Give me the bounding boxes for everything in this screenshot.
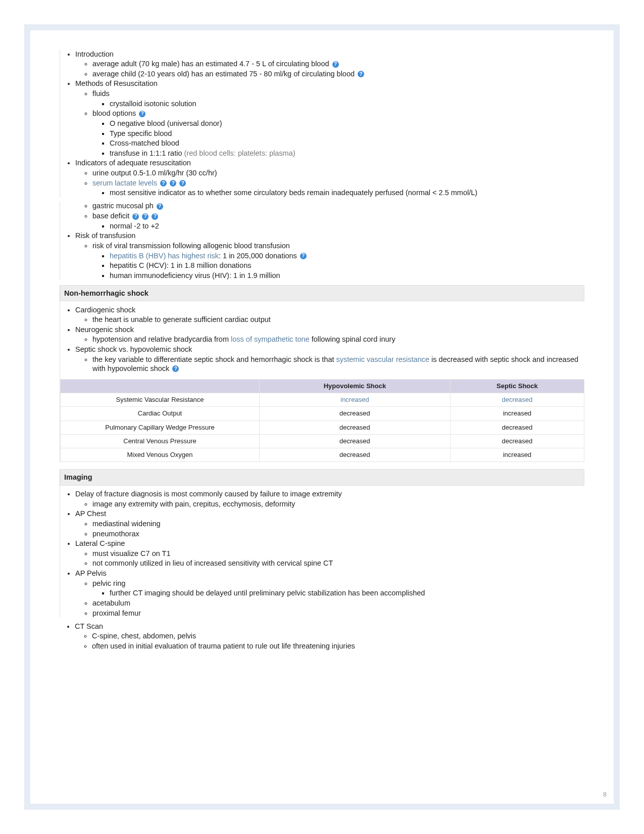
cell-septic: decreased <box>450 421 584 434</box>
li-hbv: hepatitis B (HBV) has highest risk: 1 in… <box>110 251 584 260</box>
text: blood options <box>92 109 136 117</box>
li-femur: proximal femur <box>92 609 584 618</box>
question-icon[interactable]: ? <box>172 365 179 372</box>
table-row: Cardiac Outputdecreasedincreased <box>61 407 584 421</box>
question-icon[interactable]: ? <box>157 203 163 210</box>
text: risk of viral transmission following all… <box>92 242 290 250</box>
li-pneumothorax: pneumothorax <box>92 529 584 538</box>
question-icon[interactable]: ? <box>132 213 139 220</box>
section-imaging-2: CT Scan C-spine, chest, abdomen, pelvis … <box>60 622 584 651</box>
cell-septic: increased <box>450 407 584 421</box>
li-mediastinal: mediastinal widening <box>92 519 584 528</box>
text: C-spine, chest, abdomen, pelvis <box>92 632 196 640</box>
section-resuscitation-2: gastric mucosal ph ? base deficit ? ? ? … <box>60 201 584 280</box>
section-header-non-hemorrhagic: Non-hemorrhagic shock <box>60 285 584 301</box>
cell-hypo: increased <box>260 393 451 407</box>
cell-hypo: decreased <box>260 448 451 462</box>
cell-septic: increased <box>450 448 584 462</box>
li-intro: Introduction average adult (70 kg male) … <box>75 50 584 78</box>
page-number: 8 <box>603 791 607 799</box>
li-cardio-detail: the heart is unable to generate sufficie… <box>92 315 584 324</box>
text-note: (red blood cells: platelets: plasma) <box>184 149 295 157</box>
li-ct-a: C-spine, chest, abdomen, pelvis <box>92 631 584 640</box>
text: Delay of fracture diagnosis is most comm… <box>75 490 342 498</box>
text: mediastinal widening <box>92 520 161 528</box>
li-delay: Delay of fracture diagnosis is most comm… <box>75 489 584 508</box>
text: O negative blood (universal donor) <box>110 119 222 127</box>
li-fluids: fluids crystalloid isotonic solution <box>92 89 584 108</box>
text: Methods of Resuscitation <box>75 79 158 87</box>
cell-hypo: decreased <box>260 407 451 421</box>
text: Indicators of adequate resuscitation <box>75 159 191 167</box>
link-lactate[interactable]: serum lactate levels <box>92 179 157 187</box>
li-crystalloid: crystalloid isotonic solution <box>110 99 584 108</box>
th-empty <box>61 379 260 393</box>
li-ap-chest: AP Chest mediastinal widening pneumothor… <box>75 509 584 538</box>
text: Risk of transfusion <box>75 231 135 240</box>
question-icon[interactable]: ? <box>170 180 176 187</box>
li-blood-options: blood options ? O negative blood (univer… <box>92 109 584 158</box>
li-cross-matched: Cross-matched blood <box>110 138 584 148</box>
text: acetabulum <box>92 599 130 607</box>
question-icon[interactable]: ? <box>152 213 158 220</box>
text: the heart is unable to generate sufficie… <box>92 315 271 323</box>
li-gastric: gastric mucosal ph ? <box>92 201 584 210</box>
li-type-specific: Type specific blood <box>110 129 584 138</box>
li-methods: Methods of Resuscitation fluids crystall… <box>75 79 584 158</box>
text: average child (2-10 years old) has an es… <box>92 70 355 78</box>
cell-septic: decreased <box>450 434 584 448</box>
text: not commonly utilized in lieu of increas… <box>92 559 333 567</box>
li-ct-b: often used in initial evaluation of trau… <box>92 641 584 651</box>
text: most sensitive indicator as to whether s… <box>110 189 477 197</box>
text: AP Chest <box>75 509 106 518</box>
question-icon[interactable]: ? <box>358 71 364 77</box>
li-septic-detail: the key variable to differentiate septic… <box>92 355 584 373</box>
li-hcv: hepatitis C (HCV): 1 in 1.8 million dona… <box>110 261 584 270</box>
li-adult: average adult (70 kg male) has an estima… <box>92 59 584 68</box>
text: pelvic ring <box>92 579 125 587</box>
text: human immunodeficiency virus (HIV): 1 in… <box>110 271 280 280</box>
th-septic: Septic Shock <box>450 379 584 393</box>
table-row: Mixed Venous Oxygendecreasedincreased <box>61 448 584 462</box>
section-resuscitation: Introduction average adult (70 kg male) … <box>60 50 584 198</box>
li-o-neg: O negative blood (universal donor) <box>110 119 584 128</box>
text: gastric mucosal ph <box>92 202 154 210</box>
section-non-hemorrhagic: Cardiogenic shock the heart is unable to… <box>60 301 584 462</box>
cell-hypo: decreased <box>260 421 451 434</box>
link-sympathetic[interactable]: loss of sympathetic tone <box>231 335 310 343</box>
table-row: Pulmonary Capillary Wedge Pressuredecrea… <box>61 421 584 434</box>
li-viral: risk of viral transmission following all… <box>92 241 584 280</box>
li-base-deficit: base deficit ? ? ? normal -2 to +2 <box>92 211 584 230</box>
text: urine output 0.5-1.0 ml/kg/hr (30 cc/hr) <box>92 169 217 177</box>
text: following spinal cord inury <box>310 335 395 343</box>
li-urine: urine output 0.5-1.0 ml/kg/hr (30 cc/hr) <box>92 168 584 177</box>
table-shock-comparison: Hypovolemic Shock Septic Shock Systemic … <box>60 379 584 462</box>
question-icon[interactable]: ? <box>142 213 148 220</box>
link-hbv[interactable]: hepatitis B (HBV) has highest risk <box>110 252 219 260</box>
th-hypo: Hypovolemic Shock <box>260 379 451 393</box>
li-neuro: Neurogenic shock hypotension and relativ… <box>75 325 584 344</box>
li-risk: Risk of transfusion risk of viral transm… <box>75 231 584 280</box>
text: Cardiogenic shock <box>75 306 135 314</box>
cell-label: Central Venous Pressure <box>61 434 260 448</box>
li-ct-sens: not commonly utilized in lieu of increas… <box>92 559 584 568</box>
text: crystalloid isotonic solution <box>110 100 196 108</box>
question-icon[interactable]: ? <box>179 180 186 187</box>
li-lateral-cspine: Lateral C-spine must visualize C7 on T1 … <box>75 539 584 568</box>
text: further CT imaging should be delayed unt… <box>110 589 425 597</box>
cell-septic: decreased <box>450 393 584 407</box>
link-svr[interactable]: systemic vascular resistance <box>336 355 430 363</box>
li-pelvic-ring: pelvic ring further CT imaging should be… <box>92 579 584 598</box>
li-cardio: Cardiogenic shock the heart is unable to… <box>75 305 584 325</box>
cell-label: Mixed Venous Oxygen <box>61 448 260 462</box>
cell-label: Pulmonary Capillary Wedge Pressure <box>61 421 260 434</box>
text: Lateral C-spine <box>75 539 125 547</box>
text: proximal femur <box>92 609 141 617</box>
question-icon[interactable]: ? <box>160 180 167 187</box>
question-icon[interactable]: ? <box>139 111 145 117</box>
text: the key variable to differentiate septic… <box>92 355 336 363</box>
question-icon[interactable]: ? <box>332 61 339 68</box>
question-icon[interactable]: ? <box>300 253 307 259</box>
li-transfuse: transfuse in 1:1:1 ratio (red blood cell… <box>110 149 584 158</box>
li-c7: must visualize C7 on T1 <box>92 549 584 558</box>
